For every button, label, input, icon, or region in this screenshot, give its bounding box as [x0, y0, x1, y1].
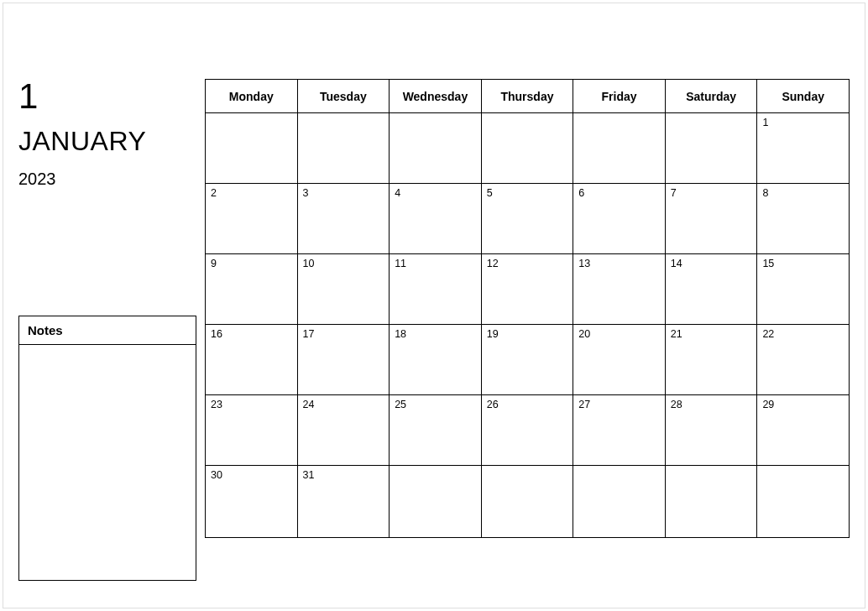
day-cell[interactable]: 14	[665, 254, 757, 325]
week-row: 1	[206, 113, 850, 184]
day-cell[interactable]: 21	[665, 325, 757, 395]
day-cell[interactable]	[573, 466, 666, 538]
week-row: 9 10 11 12 13 14 15	[206, 254, 850, 325]
day-cell[interactable]	[481, 113, 573, 184]
day-cell[interactable]: 8	[757, 184, 850, 254]
day-cell[interactable]: 17	[297, 325, 390, 395]
weekday-header: Tuesday	[297, 80, 390, 113]
month-number: 1	[18, 79, 195, 114]
calendar-page: 1 JANUARY 2023 Notes Monday Tuesday Wedn…	[3, 3, 865, 608]
day-cell[interactable]	[297, 113, 390, 184]
day-cell[interactable]: 28	[665, 395, 757, 466]
day-cell[interactable]: 10	[297, 254, 390, 325]
weekday-header-row: Monday Tuesday Wednesday Thursday Friday…	[206, 80, 850, 113]
day-cell[interactable]: 15	[757, 254, 850, 325]
month-name: JANUARY	[18, 128, 195, 154]
day-cell[interactable]	[665, 466, 757, 538]
day-cell[interactable]	[665, 113, 757, 184]
day-cell[interactable]: 22	[757, 325, 850, 395]
weekday-header: Friday	[573, 80, 666, 113]
day-cell[interactable]: 13	[573, 254, 666, 325]
day-cell[interactable]	[573, 113, 666, 184]
day-cell[interactable]: 24	[297, 395, 390, 466]
day-cell[interactable]: 31	[297, 466, 390, 538]
day-cell[interactable]: 18	[390, 325, 482, 395]
day-cell[interactable]: 2	[206, 184, 298, 254]
notes-content[interactable]	[19, 345, 196, 578]
week-row: 16 17 18 19 20 21 22	[206, 325, 850, 395]
day-cell[interactable]	[390, 113, 482, 184]
day-cell[interactable]: 27	[573, 395, 666, 466]
weekday-header: Thursday	[481, 80, 573, 113]
day-cell[interactable]	[390, 466, 482, 538]
day-cell[interactable]: 25	[390, 395, 482, 466]
day-cell[interactable]: 29	[757, 395, 850, 466]
notes-label: Notes	[19, 316, 196, 345]
day-cell[interactable]: 3	[297, 184, 390, 254]
day-cell[interactable]	[481, 466, 573, 538]
year: 2023	[18, 170, 195, 189]
day-cell[interactable]: 11	[390, 254, 482, 325]
week-row: 30 31	[206, 466, 850, 538]
day-cell[interactable]	[206, 113, 298, 184]
day-cell[interactable]: 4	[390, 184, 482, 254]
weekday-header: Monday	[206, 80, 298, 113]
day-cell[interactable]: 6	[573, 184, 666, 254]
day-cell[interactable]: 19	[481, 325, 573, 395]
day-cell[interactable]: 20	[573, 325, 666, 395]
weekday-header: Wednesday	[390, 80, 482, 113]
day-cell[interactable]: 7	[665, 184, 757, 254]
notes-box: Notes	[18, 316, 196, 581]
weekday-header: Sunday	[757, 80, 850, 113]
calendar-grid: Monday Tuesday Wednesday Thursday Friday…	[205, 79, 850, 538]
day-cell[interactable]: 5	[481, 184, 573, 254]
week-row: 2 3 4 5 6 7 8	[206, 184, 850, 254]
day-cell[interactable]	[757, 466, 850, 538]
day-cell[interactable]: 12	[481, 254, 573, 325]
weekday-header: Saturday	[665, 80, 757, 113]
day-cell[interactable]: 16	[206, 325, 298, 395]
day-cell[interactable]: 23	[206, 395, 298, 466]
day-cell[interactable]: 9	[206, 254, 298, 325]
day-cell[interactable]: 1	[757, 113, 850, 184]
week-row: 23 24 25 26 27 28 29	[206, 395, 850, 466]
month-heading: 1 JANUARY 2023	[18, 79, 195, 189]
day-cell[interactable]: 30	[206, 466, 298, 538]
day-cell[interactable]: 26	[481, 395, 573, 466]
